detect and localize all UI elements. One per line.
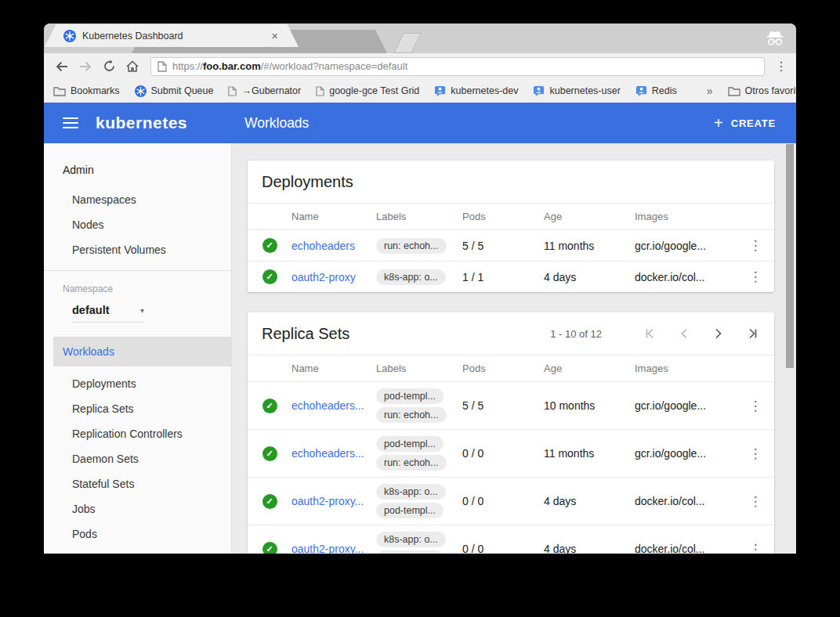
table-row: ✓ echoheaders run: echoh... 5 / 5 11 mon…	[248, 229, 774, 261]
bookmark-google-gce-test-grid[interactable]: google-gce Test Grid	[316, 85, 419, 96]
app-body: Admin Namespaces Nodes Persistent Volume…	[44, 143, 796, 554]
folder-icon	[53, 86, 66, 96]
sidebar: Admin Namespaces Nodes Persistent Volume…	[44, 143, 232, 554]
tab-title: Kubernetes Dashboard	[82, 31, 265, 41]
label-chip: pod-templ...	[376, 503, 444, 518]
deployments-card-title: Deployments	[262, 173, 760, 191]
status-ok-icon: ✓	[262, 542, 277, 554]
bookmark-kubernetes-user[interactable]: kubernetes-user	[533, 85, 620, 97]
kubernetes-favicon	[63, 30, 76, 42]
label-chip: run: echoh...	[376, 238, 447, 254]
sidebar-item-pods[interactable]: Pods	[44, 521, 231, 547]
back-icon[interactable]	[52, 56, 72, 77]
plus-icon: +	[714, 115, 723, 131]
sidebar-divider	[44, 270, 231, 271]
deployment-link[interactable]: echoheaders	[291, 240, 376, 252]
chrome-menu-icon[interactable]: ⋮	[774, 59, 788, 74]
label-chip: run: echoh...	[376, 407, 447, 423]
row-menu-icon[interactable]: ⋮	[737, 493, 774, 510]
sidebar-item-jobs[interactable]: Jobs	[44, 496, 231, 521]
row-menu-icon[interactable]: ⋮	[737, 541, 774, 554]
deployments-card: Deployments Name Labels Pods Age Images …	[248, 161, 774, 292]
row-menu-icon[interactable]: ⋮	[737, 269, 774, 285]
sidebar-item-replication-controllers[interactable]: Replication Controllers	[44, 421, 231, 446]
page-icon	[228, 86, 237, 96]
status-ok-icon: ✓	[262, 399, 277, 413]
kubernetes-brand: kubernetes	[96, 114, 187, 132]
namespace-value: default	[72, 304, 110, 316]
row-menu-icon[interactable]: ⋮	[737, 398, 774, 414]
chat-icon	[533, 85, 545, 97]
url-text: https://foo.bar.com/#/workload?namespace…	[172, 60, 407, 72]
sidebar-item-namespaces[interactable]: Namespaces	[44, 187, 231, 212]
row-menu-icon[interactable]: ⋮	[737, 237, 774, 254]
label-chip: run: echoh...	[376, 455, 447, 471]
first-page-icon[interactable]	[643, 327, 657, 341]
page-icon	[316, 86, 324, 96]
browser-toolbar: https://foo.bar.com/#/workload?namespace…	[44, 53, 796, 79]
row-menu-icon[interactable]: ⋮	[737, 446, 774, 462]
pagination-range: 1 - 10 of 12	[550, 328, 602, 340]
reload-icon[interactable]	[99, 56, 119, 77]
status-ok-icon: ✓	[262, 494, 277, 509]
page-scrollbar[interactable]	[786, 144, 794, 368]
replica-sets-card: Replica Sets 1 - 10 of 12	[248, 312, 774, 554]
table-row: ✓ echoheaders... pod-templ... run: echoh…	[248, 429, 774, 477]
create-button[interactable]: + CREATE	[714, 115, 776, 131]
table-row: ✓ oauth2-proxy k8s-app: o... 1 / 1 4 day…	[248, 261, 774, 292]
bookmark-gubernator[interactable]: →Gubernator	[228, 85, 301, 96]
label-chip: k8s-app: o...	[376, 532, 446, 547]
sidebar-item-workloads[interactable]: Workloads	[53, 337, 232, 366]
bookmark-folder-otros-favoritos[interactable]: Otros favoritos	[728, 85, 796, 96]
previous-page-icon[interactable]	[677, 327, 691, 341]
bookmark-submit-queue[interactable]: Submit Queue	[135, 85, 214, 97]
incognito-icon	[765, 30, 785, 47]
replica-set-link[interactable]: oauth2-proxy...	[291, 495, 376, 507]
hamburger-menu-icon[interactable]	[63, 114, 78, 132]
folder-icon	[728, 86, 740, 96]
label-chip: pod-templ...	[376, 436, 444, 452]
sidebar-item-nodes[interactable]: Nodes	[44, 212, 231, 237]
kubernetes-icon	[135, 85, 147, 97]
table-row: ✓ oauth2-proxy... k8s-app: o... pod-temp…	[248, 525, 774, 554]
bookmarks-overflow-icon[interactable]: »	[707, 85, 713, 97]
tab-strip: Kubernetes Dashboard ×	[44, 23, 796, 53]
replica-sets-column-headers: Name Labels Pods Age Images	[248, 355, 774, 381]
status-ok-icon: ✓	[262, 446, 277, 461]
label-chip: k8s-app: o...	[376, 484, 446, 500]
sidebar-item-replica-sets[interactable]: Replica Sets	[44, 396, 231, 421]
sidebar-item-daemon-sets[interactable]: Daemon Sets	[44, 446, 231, 471]
bookmark-kubernetes-dev[interactable]: kubernetes-dev	[434, 85, 518, 97]
status-ok-icon: ✓	[262, 269, 277, 284]
forward-icon[interactable]	[75, 56, 96, 77]
bookmark-redis[interactable]: Redis	[635, 85, 677, 97]
url-bar[interactable]: https://foo.bar.com/#/workload?namespace…	[150, 57, 765, 76]
chat-icon	[635, 85, 647, 97]
bookmarks-bar: Bookmarks Submit Queue →Gubernator googl…	[44, 79, 796, 103]
pagination: 1 - 10 of 12	[550, 327, 760, 341]
sidebar-item-admin[interactable]: Admin	[44, 159, 231, 187]
bookmark-folder-bookmarks[interactable]: Bookmarks	[53, 85, 120, 96]
deployments-column-headers: Name Labels Pods Age Images	[248, 203, 774, 229]
label-chip: pod-templ...	[376, 550, 444, 554]
deployment-link[interactable]: oauth2-proxy	[291, 271, 376, 283]
replica-sets-card-title: Replica Sets	[262, 325, 550, 343]
sidebar-item-deployments[interactable]: Deployments	[44, 371, 231, 396]
chat-icon	[434, 85, 446, 97]
sidebar-item-persistent-volumes[interactable]: Persistent Volumes	[44, 237, 231, 262]
sidebar-item-stateful-sets[interactable]: Stateful Sets	[44, 471, 231, 496]
page-icon	[158, 61, 167, 72]
replica-set-link[interactable]: echoheaders...	[291, 447, 376, 460]
label-chip: pod-templ...	[376, 388, 444, 404]
tab-close-icon[interactable]: ×	[271, 30, 278, 41]
status-ok-icon: ✓	[262, 238, 277, 253]
home-icon[interactable]	[122, 56, 143, 77]
replica-set-link[interactable]: echoheaders...	[291, 399, 376, 412]
last-page-icon[interactable]	[746, 327, 760, 341]
next-page-icon[interactable]	[711, 327, 726, 341]
namespace-select[interactable]: default ▾	[72, 304, 144, 323]
browser-tab-content[interactable]: Kubernetes Dashboard ×	[45, 24, 299, 47]
chevron-down-icon: ▾	[140, 306, 144, 315]
replica-set-link[interactable]: oauth2-proxy...	[291, 543, 376, 554]
app-header: kubernetes Workloads + CREATE	[44, 103, 796, 143]
